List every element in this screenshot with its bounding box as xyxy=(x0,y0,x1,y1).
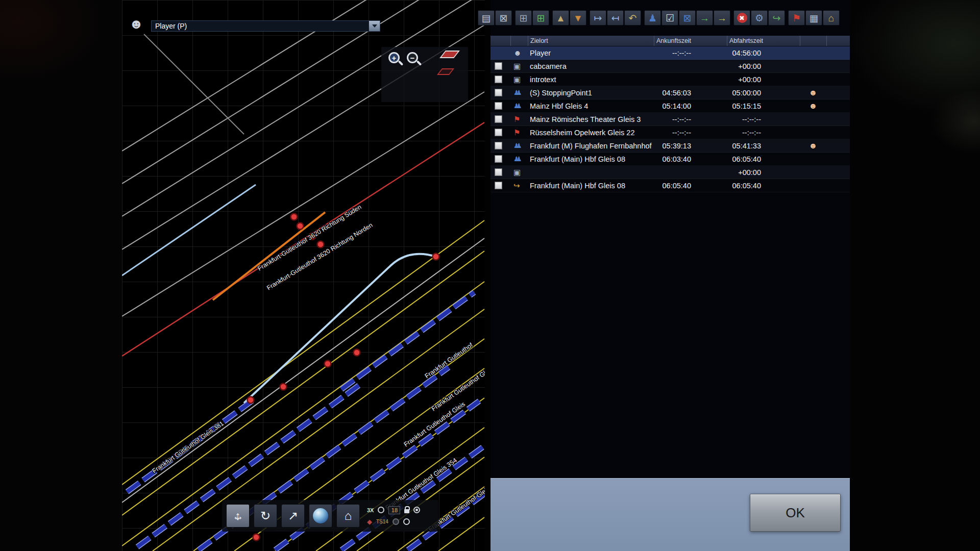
flag-button[interactable]: ⚑ xyxy=(788,10,805,26)
route-marker-icon[interactable] xyxy=(439,51,460,58)
large-grid-button[interactable]: ⊞ xyxy=(532,10,549,26)
scale-label: TS14 xyxy=(376,519,388,524)
people-icon: ♟♟ xyxy=(513,155,522,163)
toggle-radio-icon[interactable] xyxy=(413,507,420,513)
rotate-button[interactable]: ↻ xyxy=(254,504,277,528)
remove-waypoint-button[interactable]: ✖ xyxy=(733,10,750,26)
verify-button[interactable]: ☑ xyxy=(662,10,678,26)
insert-after-button[interactable]: ↦ xyxy=(590,10,606,26)
mode-label: 3X xyxy=(367,507,374,513)
insert-before-button[interactable]: ↤ xyxy=(607,10,624,26)
timetable-row[interactable]: ⚑Mainz Römisches Theater Gleis 3--:--:--… xyxy=(491,113,850,126)
add-waypoint-button[interactable]: → xyxy=(696,10,713,26)
destination-label xyxy=(528,166,654,179)
track-map-panel[interactable]: Frankfurt-Gutleuthof 3620 Richtung Süden… xyxy=(122,0,485,551)
row-checkbox[interactable] xyxy=(495,142,502,149)
signal-tool-icon[interactable]: ◆ xyxy=(367,518,372,525)
exit-icon: ↪ xyxy=(513,181,520,190)
timetable-row[interactable]: ↪Frankfurt (Main) Hbf Gleis 0806:05:4006… xyxy=(491,179,850,192)
departure-time: 05:00:00 xyxy=(727,86,800,99)
column-header-zielort[interactable]: Zielort xyxy=(528,36,654,46)
home-icon: ⌂ xyxy=(345,509,352,523)
undo-button[interactable]: ↶ xyxy=(624,10,641,26)
destination-label: cabcamera xyxy=(528,60,654,72)
column-header-abfahrtszeit[interactable]: Abfahrtszeit xyxy=(727,36,800,46)
column-header-ankunftszeit[interactable]: Ankunftszeit xyxy=(654,36,727,46)
zoom-level-badge: 18 xyxy=(388,506,400,514)
people-icon: ♟♟ xyxy=(513,102,522,110)
train-select-dropdown[interactable]: Player (P) xyxy=(151,20,380,32)
ok-button[interactable]: OK xyxy=(750,494,841,532)
row-checkbox[interactable] xyxy=(495,129,502,136)
column-header-passenger xyxy=(800,36,826,46)
map-zoom-panel: + − xyxy=(381,47,468,102)
pan-button[interactable]: ↔ ↕ xyxy=(226,504,250,528)
arrival-time xyxy=(654,60,727,72)
passenger-button[interactable]: ♟ xyxy=(644,10,661,26)
toggle-radio-icon[interactable] xyxy=(403,518,410,525)
destination-label: Mainz Hbf Gleis 4 xyxy=(528,99,654,112)
row-checkbox[interactable] xyxy=(495,62,502,70)
row-checkbox[interactable] xyxy=(495,115,502,123)
destination-label: Frankfurt (Main) Hbf Gleis 08 xyxy=(528,153,654,165)
globe-icon xyxy=(313,508,328,523)
row-checkbox[interactable] xyxy=(495,182,502,189)
flag-icon: ⚑ xyxy=(513,115,520,124)
arrival-time: --:--:-- xyxy=(654,46,727,59)
zoom-out-button[interactable]: − xyxy=(407,52,418,63)
departure-time: +00:00 xyxy=(727,73,800,86)
row-checkbox[interactable] xyxy=(495,102,502,110)
pan-vertical-icon: ↕ xyxy=(227,505,249,527)
passenger-icon: ☻ xyxy=(809,88,818,97)
move-up-button[interactable]: ▲ xyxy=(552,10,569,26)
arrival-time: 04:56:03 xyxy=(654,86,727,99)
departure-time: --:--:-- xyxy=(727,126,800,139)
row-checkbox[interactable] xyxy=(495,76,502,83)
depot-button[interactable]: ⌂ xyxy=(823,10,840,26)
goto-waypoint-button[interactable]: → xyxy=(714,10,730,26)
people-icon: ♟♟ xyxy=(513,142,522,149)
jump-arrow-icon: ↗ xyxy=(288,509,298,523)
dropdown-arrow-button[interactable] xyxy=(369,21,380,31)
timetable-row[interactable]: ♟♟Frankfurt (M) Flughafen Fernbahnhof05:… xyxy=(491,139,850,153)
track-label: Frankfurt Gutleuthof xyxy=(424,341,475,380)
small-grid-button[interactable]: ⊞ xyxy=(515,10,532,26)
timetable-row[interactable]: ▣introtext+00:00 xyxy=(491,73,850,86)
timetable-row[interactable]: ☻Player--:--:--04:56:00 xyxy=(491,46,850,60)
properties-button[interactable]: ⚙ xyxy=(751,10,768,26)
keypad-button[interactable]: ▦ xyxy=(805,10,822,26)
home-button[interactable]: ⌂ xyxy=(336,504,360,528)
departure-time: +00:00 xyxy=(727,166,800,179)
delete-button[interactable]: ⊠ xyxy=(495,10,512,26)
route-marker-outline-icon[interactable] xyxy=(437,68,454,75)
timetable-row[interactable]: ▣+00:00 xyxy=(491,166,850,179)
map-nav-toolbar: ↔ ↕ ↻ ↗ ⌂ 3X 18 xyxy=(222,500,438,532)
selection-grid-button[interactable]: ⊠ xyxy=(679,10,696,26)
jump-to-button[interactable]: ↗ xyxy=(281,504,305,528)
blue-route-lines xyxy=(122,185,436,403)
departure-time: 04:56:00 xyxy=(727,46,800,59)
row-checkbox[interactable] xyxy=(495,89,502,96)
arrival-time: --:--:-- xyxy=(654,113,727,126)
portal-button[interactable]: ↪ xyxy=(768,10,785,26)
timetable-row[interactable]: ♟♟(S) StoppingPoint104:56:0305:00:00☻ xyxy=(491,86,850,99)
zoom-in-button[interactable]: + xyxy=(388,52,400,63)
arrival-time: 06:05:40 xyxy=(654,179,727,192)
toggle-radio-icon[interactable] xyxy=(393,518,399,525)
destination-label: Mainz Römisches Theater Gleis 3 xyxy=(528,113,654,126)
move-down-button[interactable]: ▼ xyxy=(570,10,586,26)
timetable-row[interactable]: ♟♟Frankfurt (Main) Hbf Gleis 0806:03:400… xyxy=(491,153,850,166)
timetable-row[interactable]: ▣cabcamera+00:00 xyxy=(491,60,850,73)
departure-time: +00:00 xyxy=(727,60,800,72)
row-checkbox[interactable] xyxy=(495,168,502,176)
arrival-time: --:--:-- xyxy=(654,126,727,139)
timetable-row[interactable]: ♟♟Mainz Hbf Gleis 405:14:0005:15:15☻ xyxy=(491,99,850,113)
train-select-value: Player (P) xyxy=(152,21,369,31)
timetable-row[interactable]: ⚑Rüsselsheim Opelwerk Gleis 22--:--:----… xyxy=(491,126,850,139)
world-view-button[interactable] xyxy=(309,504,332,528)
row-checkbox[interactable] xyxy=(495,155,502,163)
save-button[interactable]: ▤ xyxy=(478,10,495,26)
column-header-icon xyxy=(510,36,528,46)
toggle-radio-icon[interactable] xyxy=(378,507,384,513)
lock-icon[interactable] xyxy=(404,509,409,513)
